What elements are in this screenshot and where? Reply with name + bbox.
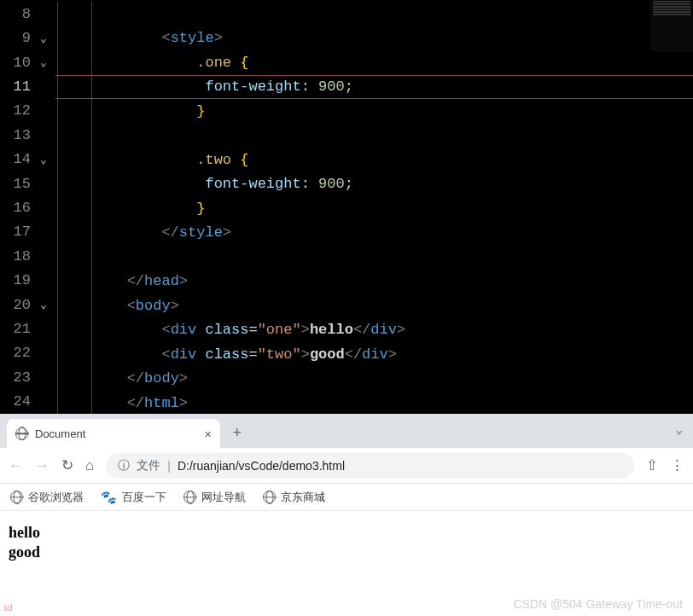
chevron-down-icon[interactable]: ⌄ bbox=[676, 422, 683, 437]
gutter-row: 17 bbox=[0, 220, 55, 244]
code-line[interactable]: .two { bbox=[55, 148, 693, 172]
gutter-row: 9⌄ bbox=[0, 26, 55, 49]
code-line[interactable]: <div class="one">hello</div> bbox=[55, 318, 693, 343]
gutter-row: 14⌄ bbox=[0, 147, 55, 171]
bookmark-label: 谷歌浏览器 bbox=[28, 490, 84, 505]
gutter: 89⌄10⌄11121314⌄151617181920⌄21222324 bbox=[0, 0, 55, 414]
gutter-row: 10⌄ bbox=[0, 50, 55, 74]
globe-icon bbox=[15, 427, 28, 440]
line-number[interactable]: 20 bbox=[0, 297, 36, 313]
home-button[interactable]: ⌂ bbox=[85, 457, 94, 474]
code-line[interactable]: <style> bbox=[55, 26, 693, 51]
rendered-text-two: good bbox=[9, 543, 684, 562]
globe-icon bbox=[263, 491, 276, 503]
bookmark-label: 京东商城 bbox=[281, 490, 325, 505]
gutter-row: 21 bbox=[0, 317, 55, 340]
code-line[interactable]: } bbox=[55, 99, 693, 124]
minimap[interactable] bbox=[650, 0, 693, 51]
tab-title: Document bbox=[35, 427, 85, 440]
omnibox[interactable]: ⓘ 文件 | D:/ruanjian/vsCode/demo3.html bbox=[106, 453, 634, 479]
code-line[interactable]: } bbox=[55, 196, 693, 221]
close-icon[interactable]: × bbox=[204, 427, 212, 441]
gutter-row: 11 bbox=[0, 74, 55, 98]
new-tab-button[interactable]: + bbox=[225, 421, 249, 445]
fold-chevron-icon[interactable]: ⌄ bbox=[36, 55, 51, 69]
gutter-row: 23 bbox=[0, 365, 55, 389]
browser-window: Document × + ⌄ ← → ↻ ⌂ ⓘ 文件 | D:/ruanjia… bbox=[0, 414, 693, 616]
fold-chevron-icon[interactable]: ⌄ bbox=[36, 32, 51, 45]
code-line[interactable] bbox=[55, 124, 693, 148]
fold-chevron-icon[interactable]: ⌄ bbox=[36, 298, 51, 311]
line-number[interactable]: 15 bbox=[0, 176, 36, 192]
line-number[interactable]: 14 bbox=[0, 151, 36, 167]
bookmarks-bar: 谷歌浏览器🐾百度一下网址导航京东商城 bbox=[0, 484, 693, 511]
code-line[interactable]: </html> bbox=[55, 391, 693, 416]
gutter-row: 19 bbox=[0, 268, 55, 292]
rendered-text-one: hello bbox=[9, 523, 684, 543]
gutter-row: 8 bbox=[0, 2, 55, 26]
code-line[interactable]: </body> bbox=[55, 367, 693, 392]
line-number[interactable]: 9 bbox=[0, 30, 36, 46]
reload-button[interactable]: ↻ bbox=[61, 456, 73, 474]
line-number[interactable]: 24 bbox=[0, 393, 36, 410]
gutter-row: 24 bbox=[0, 390, 55, 414]
info-icon: ⓘ bbox=[118, 458, 130, 474]
line-number[interactable]: 12 bbox=[0, 102, 36, 119]
gutter-row: 12 bbox=[0, 99, 55, 123]
code-line[interactable]: font-weight: 900; bbox=[55, 172, 693, 197]
bookmark-item[interactable]: 京东商城 bbox=[263, 490, 325, 505]
line-number[interactable]: 18 bbox=[0, 248, 36, 264]
line-number[interactable]: 8 bbox=[0, 6, 36, 22]
bookmark-label: 百度一下 bbox=[122, 490, 166, 505]
watermark-bl: sd bbox=[3, 603, 13, 613]
code-line[interactable]: .one { bbox=[55, 50, 693, 75]
bookmark-item[interactable]: 🐾百度一下 bbox=[101, 490, 166, 505]
code-line[interactable] bbox=[55, 2, 693, 26]
gutter-row: 15 bbox=[0, 171, 55, 195]
url-path: D:/ruanjian/vsCode/demo3.html bbox=[178, 459, 345, 473]
bookmark-item[interactable]: 网址导航 bbox=[183, 490, 246, 505]
page-viewport: hello good bbox=[0, 511, 693, 573]
code-line[interactable]: <body> bbox=[55, 293, 693, 318]
back-button[interactable]: ← bbox=[9, 457, 23, 474]
line-number[interactable]: 13 bbox=[0, 127, 36, 143]
gutter-row: 16 bbox=[0, 195, 55, 219]
fold-chevron-icon[interactable]: ⌄ bbox=[36, 153, 51, 166]
browser-tab[interactable]: Document × bbox=[7, 419, 220, 448]
globe-icon bbox=[10, 491, 23, 503]
code-area[interactable]: <style> .one { font-weight: 900; } .two … bbox=[55, 0, 693, 414]
extensions-icon[interactable]: ⋮ bbox=[670, 456, 684, 474]
bookmark-item[interactable]: 谷歌浏览器 bbox=[10, 490, 84, 505]
globe-icon bbox=[183, 491, 196, 503]
gutter-row: 22 bbox=[0, 341, 55, 365]
code-line[interactable]: </style> bbox=[55, 221, 693, 246]
line-number[interactable]: 11 bbox=[0, 78, 36, 95]
line-number[interactable]: 16 bbox=[0, 200, 36, 216]
forward-button[interactable]: → bbox=[35, 457, 50, 474]
line-number[interactable]: 17 bbox=[0, 224, 36, 240]
address-bar: ← → ↻ ⌂ ⓘ 文件 | D:/ruanjian/vsCode/demo3.… bbox=[0, 448, 693, 484]
line-number[interactable]: 22 bbox=[0, 345, 36, 361]
url-scheme-label: 文件 bbox=[137, 458, 160, 474]
code-line[interactable]: font-weight: 900; bbox=[55, 75, 693, 100]
code-line[interactable] bbox=[55, 245, 693, 270]
line-number[interactable]: 10 bbox=[0, 55, 36, 71]
line-number[interactable]: 23 bbox=[0, 369, 36, 386]
code-editor[interactable]: 89⌄10⌄11121314⌄151617181920⌄21222324 <st… bbox=[0, 0, 693, 414]
bookmark-label: 网址导航 bbox=[201, 490, 246, 505]
code-line[interactable]: <div class="two">good</div> bbox=[55, 342, 693, 367]
gutter-row: 13 bbox=[0, 123, 55, 147]
line-number[interactable]: 19 bbox=[0, 272, 36, 288]
code-line[interactable]: </head> bbox=[55, 270, 693, 294]
separator: | bbox=[167, 459, 171, 473]
paw-icon: 🐾 bbox=[101, 490, 117, 505]
line-number[interactable]: 21 bbox=[0, 321, 36, 337]
gutter-row: 20⌄ bbox=[0, 293, 55, 317]
gutter-row: 18 bbox=[0, 244, 55, 268]
share-icon[interactable]: ⇧ bbox=[646, 456, 658, 474]
tab-strip: Document × + ⌄ bbox=[0, 414, 693, 448]
